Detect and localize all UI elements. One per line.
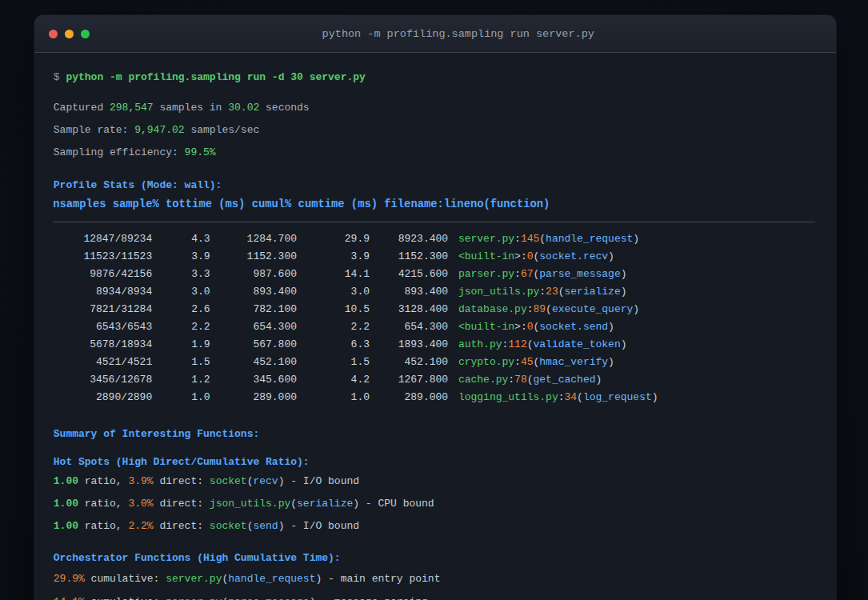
svg-text:Captured 298,547 samples in 30: Captured 298,547 samples in 30.02 second… (54, 102, 310, 114)
svg-text:1.00 ratio, 2.2% direct: socke: 1.00 ratio, 2.2% direct: socket(send) - … (54, 520, 359, 532)
svg-text:1.00 ratio, 3.9% direct: socke: 1.00 ratio, 3.9% direct: socket(recv) - … (54, 475, 359, 487)
svg-text:python -m profiling.sampling r: python -m profiling.sampling run server.… (322, 28, 594, 40)
svg-text:1.0: 1.0 (351, 391, 370, 403)
svg-text:json_utils.py:23(serialize): json_utils.py:23(serialize) (458, 286, 627, 298)
svg-text:1.2: 1.2 (191, 374, 210, 386)
svg-text:987.600: 987.600 (253, 268, 297, 280)
svg-text:8923.400: 8923.400 (398, 233, 448, 245)
svg-text:1893.400: 1893.400 (398, 338, 448, 350)
svg-text:1.0: 1.0 (191, 391, 210, 403)
svg-text:Hot Spots (High Direct/Cumulat: Hot Spots (High Direct/Cumulative Ratio)… (54, 456, 310, 468)
svg-text:$ python -m profiling.sampling: $ python -m profiling.sampling run -d 30… (54, 71, 366, 83)
svg-text:1152.300: 1152.300 (398, 250, 448, 262)
svg-text:2.6: 2.6 (191, 303, 210, 315)
svg-text:654.300: 654.300 (404, 321, 448, 333)
svg-text:1.5: 1.5 (351, 356, 370, 368)
svg-text:4.2: 4.2 (351, 374, 370, 386)
svg-text:3128.400: 3128.400 (398, 303, 448, 315)
svg-text:crypto.py:45(hmac_verify): crypto.py:45(hmac_verify) (458, 356, 614, 368)
svg-text:2890/2890: 2890/2890 (96, 391, 152, 403)
svg-text:logging_utils.py:34(log_reques: logging_utils.py:34(log_request) (458, 391, 658, 403)
svg-text:29.9% cumulative: server.py(ha: 29.9% cumulative: server.py(handle_reque… (54, 573, 441, 585)
svg-text:4215.600: 4215.600 (398, 268, 448, 280)
svg-text:452.100: 452.100 (253, 356, 297, 368)
svg-text:29.9: 29.9 (345, 233, 370, 245)
svg-text:11523/11523: 11523/11523 (83, 250, 152, 262)
svg-text:8934/8934: 8934/8934 (96, 286, 152, 298)
svg-text:Sampling efficiency: 99.5%: Sampling efficiency: 99.5% (54, 146, 216, 158)
svg-text:nsamples sample% tottime (ms): nsamples sample% tottime (ms) cumul% cum… (53, 198, 550, 210)
svg-text:1267.800: 1267.800 (398, 374, 448, 386)
svg-text:3456/12678: 3456/12678 (90, 374, 152, 386)
svg-text:Orchestrator Functions (High C: Orchestrator Functions (High Cumulative … (54, 552, 341, 564)
svg-text:893.400: 893.400 (404, 286, 448, 298)
svg-text:<built-in>:0(socket.recv): <built-in>:0(socket.recv) (458, 250, 614, 262)
svg-text:654.300: 654.300 (253, 321, 297, 333)
svg-text:782.100: 782.100 (253, 303, 297, 315)
svg-text:5678/18934: 5678/18934 (90, 338, 152, 350)
svg-text:567.800: 567.800 (253, 338, 297, 350)
svg-text:1.5: 1.5 (191, 356, 210, 368)
svg-text:10.5: 10.5 (345, 303, 370, 315)
svg-text:Profile Stats (Mode: wall):: Profile Stats (Mode: wall): (54, 179, 222, 191)
svg-text:3.0: 3.0 (351, 286, 370, 298)
svg-text:Summary of Interesting Functio: Summary of Interesting Functions: (54, 428, 259, 440)
svg-text:parser.py:67(parse_message): parser.py:67(parse_message) (458, 268, 627, 280)
svg-text:3.9: 3.9 (191, 250, 210, 262)
svg-text:3.3: 3.3 (191, 268, 210, 280)
svg-text:1284.700: 1284.700 (247, 233, 297, 245)
svg-text:Sample rate: 9,947.02 samples/: Sample rate: 9,947.02 samples/sec (54, 124, 259, 136)
svg-text:1152.300: 1152.300 (247, 250, 297, 262)
svg-text:452.100: 452.100 (404, 356, 448, 368)
svg-text:6543/6543: 6543/6543 (96, 321, 152, 333)
svg-text:2.2: 2.2 (351, 321, 370, 333)
svg-text:4.3: 4.3 (191, 233, 210, 245)
svg-text:<built-in>:0(socket.send): <built-in>:0(socket.send) (458, 321, 614, 333)
svg-text:auth.py:112(validate_token): auth.py:112(validate_token) (458, 338, 627, 350)
svg-text:3.0: 3.0 (191, 286, 210, 298)
svg-text:6.3: 6.3 (351, 338, 370, 350)
svg-text:289.000: 289.000 (253, 391, 297, 403)
svg-text:4521/4521: 4521/4521 (96, 356, 152, 368)
svg-text:cache.py:78(get_cached): cache.py:78(get_cached) (458, 374, 602, 386)
svg-text:3.9: 3.9 (351, 250, 370, 262)
svg-text:14.1% cumulative: parser.py(pa: 14.1% cumulative: parser.py(parse_messag… (54, 596, 428, 600)
svg-text:7821/31284: 7821/31284 (90, 303, 152, 315)
svg-text:1.9: 1.9 (191, 338, 210, 350)
svg-text:database.py:89(execute_query): database.py:89(execute_query) (458, 303, 639, 315)
svg-text:12847/89234: 12847/89234 (83, 233, 152, 245)
svg-text:9876/42156: 9876/42156 (90, 268, 152, 280)
svg-text:server.py:145(handle_request): server.py:145(handle_request) (458, 233, 639, 245)
svg-text:1.00 ratio, 3.0% direct: json_: 1.00 ratio, 3.0% direct: json_utils.py(s… (54, 498, 434, 510)
svg-text:893.400: 893.400 (253, 286, 297, 298)
svg-text:2.2: 2.2 (191, 321, 210, 333)
svg-text:345.600: 345.600 (253, 374, 297, 386)
svg-text:14.1: 14.1 (345, 268, 370, 280)
svg-text:289.000: 289.000 (404, 391, 448, 403)
